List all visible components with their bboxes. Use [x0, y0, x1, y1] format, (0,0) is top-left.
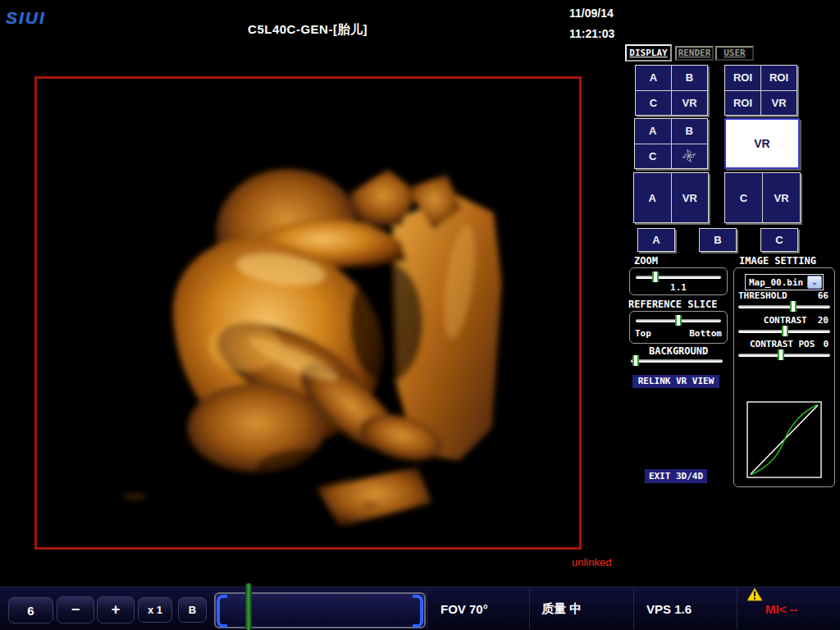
mi-readout: MI< -- [765, 602, 798, 616]
contrast-slider-thumb[interactable] [782, 326, 788, 336]
map-select-value: Map_00.bin [746, 277, 807, 288]
map-select[interactable]: Map_00.bin ⌄ [745, 274, 824, 290]
exit-3d4d-button[interactable]: EXIT 3D/4D [645, 469, 707, 483]
background-slider-thumb[interactable] [632, 355, 639, 366]
layout-single-a[interactable]: A [637, 228, 675, 252]
reference-slice-top-label: Top [635, 328, 651, 339]
cine-left-bracket-icon [217, 595, 227, 628]
fov-readout: FOV 70° [441, 602, 488, 616]
cine-position-marker[interactable] [245, 583, 252, 630]
gamma-curve-chart [746, 401, 822, 478]
zoom-out-button[interactable]: − [57, 596, 94, 623]
tab-user[interactable]: USER [715, 46, 754, 61]
zoom-in-button[interactable]: + [97, 596, 135, 623]
tab-render[interactable]: RENDER [675, 46, 714, 61]
layout-cell-vr[interactable]: VR [672, 91, 707, 116]
reference-slice-label: REFERENCE SLICE [628, 299, 717, 310]
layout-cell-roi-3[interactable]: ROI [725, 91, 760, 116]
contrast-pos-value: 0 [823, 339, 829, 349]
layout-vr-full-selected[interactable]: VR [724, 118, 800, 169]
zoom-value: 1.1 [630, 282, 727, 293]
system-date: 11/09/14 [569, 3, 614, 24]
gain-button[interactable]: 6 [8, 597, 53, 623]
siui-logo: SIUI [6, 8, 46, 28]
layout-cell-b[interactable]: B [672, 66, 707, 90]
threshold-row: THRESHOLD 66 [738, 290, 829, 301]
zoom-label: ZOOM [634, 255, 658, 267]
cine-right-bracket-icon [413, 595, 423, 628]
zoom-slider-thumb[interactable] [652, 272, 659, 282]
system-time: 11:21:03 [569, 24, 614, 44]
vps-readout: VPS 1.6 [646, 602, 692, 616]
background-label: BACKGROUND [649, 345, 708, 357]
reference-slice-bottom-label: Bottom [689, 328, 722, 339]
chevron-down-icon[interactable]: ⌄ [807, 276, 822, 289]
contrast-pos-label: CONTRAST POS [750, 339, 815, 349]
quality-readout: 质量 中 [541, 601, 582, 617]
layout-cell-vr4[interactable]: VR [763, 173, 800, 222]
reference-slice-groupbox: Top Bottom [629, 311, 728, 344]
background-slider[interactable] [631, 359, 723, 363]
layout-cell-vr3[interactable]: VR [672, 173, 709, 222]
date-time: 11/09/14 11:21:03 [569, 3, 614, 44]
zoom-groupbox: 1.1 [629, 267, 728, 295]
pinwheel-icon [681, 148, 697, 164]
reference-slice-slider[interactable] [636, 319, 721, 322]
vr-render-image [37, 79, 579, 547]
layout-single-c[interactable]: C [760, 228, 798, 252]
layout-single-b[interactable]: B [699, 228, 737, 252]
layout-cell-a2[interactable]: A [635, 119, 671, 144]
b-mode-button[interactable]: B [178, 597, 207, 623]
contrast-slider[interactable] [738, 330, 830, 333]
relink-vr-view-button[interactable]: RELINK VR VIEW [632, 375, 719, 388]
contrast-pos-row: CONTRAST POS 0 [738, 339, 829, 349]
layout-cell-a[interactable]: A [636, 66, 671, 90]
layout-cell-roi-1[interactable]: ROI [725, 66, 760, 90]
reference-slice-thumb[interactable] [675, 315, 682, 326]
layout-dual-avr: A VR [633, 172, 709, 223]
zoom-slider[interactable] [636, 276, 721, 279]
threshold-value: 66 [818, 290, 829, 301]
layout-quad-roi: ROI ROI ROI VR [724, 65, 797, 116]
threshold-slider-thumb[interactable] [790, 301, 797, 312]
layout-cell-roi-vr[interactable]: VR [761, 91, 797, 116]
layout-quad-abcvr: A B C VR [635, 65, 708, 116]
warning-icon [746, 587, 763, 601]
threshold-label: THRESHOLD [738, 290, 788, 301]
image-setting-label: IMAGE SETTING [739, 255, 816, 267]
layout-cell-a3[interactable]: A [634, 173, 671, 222]
contrast-row: CONTRAST 20 [738, 315, 829, 326]
tab-display[interactable]: DISPLAY [625, 44, 672, 62]
layout-cell-roi-2[interactable]: ROI [761, 66, 797, 90]
layout-cell-c4[interactable]: C [725, 173, 762, 222]
contrast-pos-slider-thumb[interactable] [778, 349, 784, 360]
threshold-slider[interactable] [738, 305, 830, 308]
layout-quad-abc-move: A B C [634, 118, 708, 169]
probe-preset-title: C5L40C-GEN-[胎儿] [189, 22, 427, 38]
layout-cell-c[interactable]: C [636, 91, 671, 116]
layout-dual-cvr: C VR [724, 172, 801, 223]
magnification-button[interactable]: x 1 [138, 597, 172, 623]
link-status: unlinked [572, 556, 611, 568]
vr-viewport[interactable] [34, 76, 582, 550]
layout-cell-c2[interactable]: C [635, 144, 671, 169]
layout-cell-b2[interactable]: B [672, 119, 708, 144]
contrast-pos-slider[interactable] [738, 354, 830, 357]
contrast-label: CONTRAST [764, 315, 807, 326]
layout-cell-move[interactable] [672, 144, 708, 169]
contrast-value: 20 [818, 315, 829, 326]
